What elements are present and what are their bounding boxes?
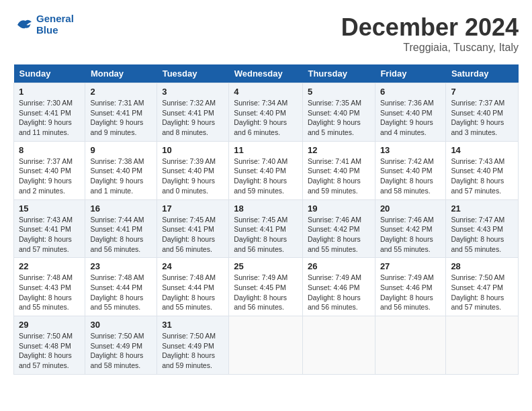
day-info: Sunrise: 7:49 AM Sunset: 4:45 PM Dayligh… — [234, 273, 298, 312]
day-info: Sunrise: 7:50 AM Sunset: 4:48 PM Dayligh… — [19, 331, 80, 371]
day-info: Sunrise: 7:48 AM Sunset: 4:44 PM Dayligh… — [162, 273, 224, 312]
day-info: Sunrise: 7:46 AM Sunset: 4:42 PM Dayligh… — [308, 215, 370, 255]
day-info: Sunrise: 7:46 AM Sunset: 4:42 PM Dayligh… — [380, 215, 441, 255]
day-info: Sunrise: 7:44 AM Sunset: 4:41 PM Dayligh… — [90, 215, 152, 255]
day-number: 23 — [90, 261, 152, 271]
calendar-cell: 22 Sunrise: 7:48 AM Sunset: 4:43 PM Dayl… — [14, 258, 85, 316]
day-number: 22 — [19, 261, 80, 271]
day-number: 30 — [90, 320, 152, 330]
day-number: 29 — [19, 320, 80, 330]
month-title: December 2024 — [341, 13, 519, 42]
header-wednesday: Wednesday — [229, 64, 303, 83]
day-info: Sunrise: 7:38 AM Sunset: 4:40 PM Dayligh… — [90, 156, 152, 196]
day-number: 13 — [380, 145, 441, 155]
day-number: 10 — [162, 145, 224, 155]
day-info: Sunrise: 7:34 AM Sunset: 4:40 PM Dayligh… — [234, 98, 298, 138]
day-number: 9 — [90, 145, 152, 155]
logo-text-line1: General — [36, 13, 74, 25]
calendar-cell: 23 Sunrise: 7:48 AM Sunset: 4:44 PM Dayl… — [85, 258, 157, 316]
day-number: 5 — [308, 87, 370, 97]
day-number: 12 — [308, 145, 370, 155]
day-info: Sunrise: 7:39 AM Sunset: 4:40 PM Dayligh… — [162, 156, 224, 196]
calendar-week-2: 15 Sunrise: 7:43 AM Sunset: 4:41 PM Dayl… — [14, 199, 519, 258]
calendar-week-0: 1 Sunrise: 7:30 AM Sunset: 4:41 PM Dayli… — [14, 83, 519, 142]
day-info: Sunrise: 7:37 AM Sunset: 4:40 PM Dayligh… — [451, 98, 513, 138]
day-info: Sunrise: 7:43 AM Sunset: 4:41 PM Dayligh… — [19, 215, 80, 255]
calendar-cell: 7 Sunrise: 7:37 AM Sunset: 4:40 PM Dayli… — [446, 83, 519, 142]
calendar-cell: 8 Sunrise: 7:37 AM Sunset: 4:40 PM Dayli… — [14, 141, 85, 199]
header-friday: Friday — [375, 64, 446, 83]
day-number: 15 — [19, 203, 80, 214]
calendar-cell — [229, 316, 303, 375]
calendar-cell: 5 Sunrise: 7:35 AM Sunset: 4:40 PM Dayli… — [302, 83, 375, 142]
title-block: December 2024 Treggiaia, Tuscany, Italy — [341, 13, 519, 54]
calendar-cell — [375, 316, 446, 375]
day-number: 21 — [451, 203, 513, 214]
day-number: 19 — [308, 203, 370, 214]
calendar-cell: 27 Sunrise: 7:49 AM Sunset: 4:46 PM Dayl… — [375, 258, 446, 316]
day-info: Sunrise: 7:45 AM Sunset: 4:41 PM Dayligh… — [234, 215, 298, 255]
day-number: 18 — [234, 203, 298, 214]
calendar-cell: 20 Sunrise: 7:46 AM Sunset: 4:42 PM Dayl… — [375, 199, 446, 258]
day-number: 14 — [451, 145, 513, 155]
day-info: Sunrise: 7:43 AM Sunset: 4:40 PM Dayligh… — [451, 156, 513, 196]
day-info: Sunrise: 7:48 AM Sunset: 4:44 PM Dayligh… — [90, 273, 152, 312]
header-thursday: Thursday — [302, 64, 375, 83]
day-number: 20 — [380, 203, 441, 214]
day-info: Sunrise: 7:35 AM Sunset: 4:40 PM Dayligh… — [308, 98, 370, 138]
calendar-cell: 4 Sunrise: 7:34 AM Sunset: 4:40 PM Dayli… — [229, 83, 303, 142]
page-header: General Blue December 2024 Treggiaia, Tu… — [13, 13, 519, 54]
day-number: 31 — [162, 320, 224, 330]
calendar-cell: 1 Sunrise: 7:30 AM Sunset: 4:41 PM Dayli… — [14, 83, 85, 142]
logo: General Blue — [13, 13, 74, 36]
calendar-cell: 29 Sunrise: 7:50 AM Sunset: 4:48 PM Dayl… — [14, 316, 85, 375]
calendar-table: SundayMondayTuesdayWednesdayThursdayFrid… — [13, 64, 519, 375]
day-info: Sunrise: 7:50 AM Sunset: 4:47 PM Dayligh… — [451, 273, 513, 312]
calendar-cell: 15 Sunrise: 7:43 AM Sunset: 4:41 PM Dayl… — [14, 199, 85, 258]
day-info: Sunrise: 7:37 AM Sunset: 4:40 PM Dayligh… — [19, 156, 80, 196]
day-number: 25 — [234, 261, 298, 271]
day-number: 2 — [90, 87, 152, 97]
calendar-cell: 10 Sunrise: 7:39 AM Sunset: 4:40 PM Dayl… — [157, 141, 229, 199]
location-subtitle: Treggiaia, Tuscany, Italy — [341, 42, 519, 54]
calendar-cell: 16 Sunrise: 7:44 AM Sunset: 4:41 PM Dayl… — [85, 199, 157, 258]
calendar-cell: 31 Sunrise: 7:50 AM Sunset: 4:49 PM Dayl… — [157, 316, 229, 375]
day-info: Sunrise: 7:40 AM Sunset: 4:40 PM Dayligh… — [234, 156, 298, 196]
day-info: Sunrise: 7:50 AM Sunset: 4:49 PM Dayligh… — [162, 331, 224, 371]
day-info: Sunrise: 7:30 AM Sunset: 4:41 PM Dayligh… — [19, 98, 80, 138]
day-number: 27 — [380, 261, 441, 271]
logo-icon — [13, 15, 34, 35]
calendar-cell: 26 Sunrise: 7:49 AM Sunset: 4:46 PM Dayl… — [302, 258, 375, 316]
day-info: Sunrise: 7:42 AM Sunset: 4:40 PM Dayligh… — [380, 156, 441, 196]
day-number: 4 — [234, 87, 298, 97]
day-info: Sunrise: 7:32 AM Sunset: 4:41 PM Dayligh… — [162, 98, 224, 138]
header-sunday: Sunday — [14, 64, 85, 83]
calendar-cell: 2 Sunrise: 7:31 AM Sunset: 4:41 PM Dayli… — [85, 83, 157, 142]
calendar-cell: 19 Sunrise: 7:46 AM Sunset: 4:42 PM Dayl… — [302, 199, 375, 258]
day-number: 3 — [162, 87, 224, 97]
day-number: 7 — [451, 87, 513, 97]
calendar-cell: 17 Sunrise: 7:45 AM Sunset: 4:41 PM Dayl… — [157, 199, 229, 258]
calendar-cell: 6 Sunrise: 7:36 AM Sunset: 4:40 PM Dayli… — [375, 83, 446, 142]
calendar-week-4: 29 Sunrise: 7:50 AM Sunset: 4:48 PM Dayl… — [14, 316, 519, 375]
day-number: 26 — [308, 261, 370, 271]
header-monday: Monday — [85, 64, 157, 83]
day-number: 1 — [19, 87, 80, 97]
day-info: Sunrise: 7:49 AM Sunset: 4:46 PM Dayligh… — [380, 273, 441, 312]
calendar-cell — [302, 316, 375, 375]
calendar-cell: 24 Sunrise: 7:48 AM Sunset: 4:44 PM Dayl… — [157, 258, 229, 316]
day-number: 11 — [234, 145, 298, 155]
day-info: Sunrise: 7:47 AM Sunset: 4:43 PM Dayligh… — [451, 215, 513, 255]
day-info: Sunrise: 7:48 AM Sunset: 4:43 PM Dayligh… — [19, 273, 80, 312]
calendar-header: SundayMondayTuesdayWednesdayThursdayFrid… — [14, 64, 519, 83]
calendar-cell — [446, 316, 519, 375]
logo-text-line2: Blue — [36, 25, 74, 36]
calendar-cell: 28 Sunrise: 7:50 AM Sunset: 4:47 PM Dayl… — [446, 258, 519, 316]
calendar-week-1: 8 Sunrise: 7:37 AM Sunset: 4:40 PM Dayli… — [14, 141, 519, 199]
calendar-week-3: 22 Sunrise: 7:48 AM Sunset: 4:43 PM Dayl… — [14, 258, 519, 316]
day-number: 8 — [19, 145, 80, 155]
calendar-cell: 30 Sunrise: 7:50 AM Sunset: 4:49 PM Dayl… — [85, 316, 157, 375]
day-number: 28 — [451, 261, 513, 271]
calendar-cell: 25 Sunrise: 7:49 AM Sunset: 4:45 PM Dayl… — [229, 258, 303, 316]
header-tuesday: Tuesday — [157, 64, 229, 83]
